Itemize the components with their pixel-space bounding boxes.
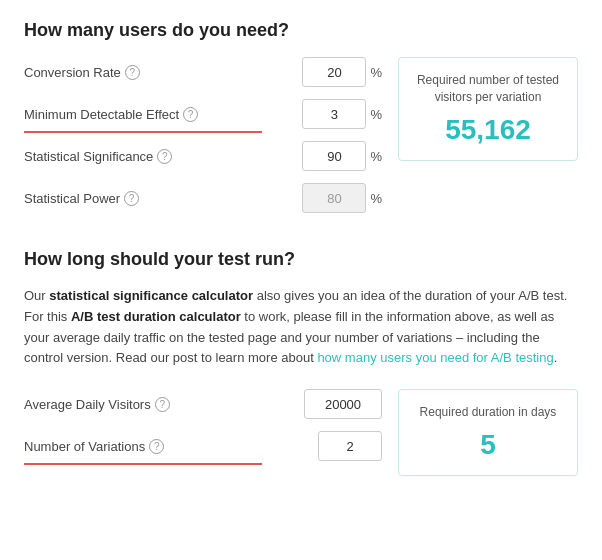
significance-input-group: % — [302, 141, 382, 171]
users-result-label: Required number of tested visitors per v… — [411, 72, 565, 106]
significance-unit: % — [370, 149, 382, 164]
section-users-title: How many users do you need? — [24, 20, 578, 41]
prose-link-2[interactable]: A/B test duration calculator — [71, 309, 241, 324]
section-duration-title: How long should your test run? — [24, 249, 578, 270]
variations-input-group — [318, 431, 382, 461]
duration-result-value: 5 — [411, 429, 565, 461]
duration-form-result: Average Daily Visitors ? Number of Varia… — [24, 389, 578, 476]
power-input-group: % — [302, 183, 382, 213]
mde-input[interactable] — [302, 99, 366, 129]
conversion-rate-unit: % — [370, 65, 382, 80]
field-row-mde: Minimum Detectable Effect ? % — [24, 99, 382, 129]
field-row-significance: Statistical Significance ? % — [24, 141, 382, 171]
visitors-input[interactable] — [304, 389, 382, 419]
variations-input[interactable] — [318, 431, 382, 461]
power-label: Statistical Power ? — [24, 191, 302, 206]
conversion-rate-help[interactable]: ? — [125, 65, 140, 80]
duration-prose: Our statistical significance calculator … — [24, 286, 578, 369]
section-duration: How long should your test run? Our stati… — [24, 249, 578, 476]
visitors-label: Average Daily Visitors ? — [24, 397, 304, 412]
users-form-result: Conversion Rate ? % Minimum Detectable E… — [24, 57, 578, 225]
prose-link-1[interactable]: statistical significance calculator — [49, 288, 253, 303]
variations-label-text: Number of Variations — [24, 439, 145, 454]
mde-label: Minimum Detectable Effect ? — [24, 107, 302, 122]
duration-fields: Average Daily Visitors ? Number of Varia… — [24, 389, 382, 473]
field-row-power: Statistical Power ? % — [24, 183, 382, 213]
visitors-help[interactable]: ? — [155, 397, 170, 412]
variations-help[interactable]: ? — [149, 439, 164, 454]
mde-help[interactable]: ? — [183, 107, 198, 122]
section-users: How many users do you need? Conversion R… — [24, 20, 578, 225]
prose-link-3[interactable]: how many users you need for A/B testing — [317, 350, 553, 365]
significance-help[interactable]: ? — [157, 149, 172, 164]
mde-input-group: % — [302, 99, 382, 129]
visitors-input-group — [304, 389, 382, 419]
users-result-box: Required number of tested visitors per v… — [398, 57, 578, 161]
users-fields: Conversion Rate ? % Minimum Detectable E… — [24, 57, 382, 225]
mde-label-text: Minimum Detectable Effect — [24, 107, 179, 122]
field-row-visitors: Average Daily Visitors ? — [24, 389, 382, 419]
mde-unit: % — [370, 107, 382, 122]
significance-label-text: Statistical Significance — [24, 149, 153, 164]
conversion-rate-input[interactable] — [302, 57, 366, 87]
conversion-rate-label-text: Conversion Rate — [24, 65, 121, 80]
field-row-conversion: Conversion Rate ? % — [24, 57, 382, 87]
significance-input[interactable] — [302, 141, 366, 171]
variations-label: Number of Variations ? — [24, 439, 318, 454]
power-label-text: Statistical Power — [24, 191, 120, 206]
visitors-label-text: Average Daily Visitors — [24, 397, 151, 412]
conversion-rate-label: Conversion Rate ? — [24, 65, 302, 80]
duration-result-label: Required duration in days — [411, 404, 565, 421]
power-unit: % — [370, 191, 382, 206]
duration-result-box: Required duration in days 5 — [398, 389, 578, 476]
conversion-rate-input-group: % — [302, 57, 382, 87]
power-help[interactable]: ? — [124, 191, 139, 206]
significance-label: Statistical Significance ? — [24, 149, 302, 164]
power-input — [302, 183, 366, 213]
field-row-variations: Number of Variations ? — [24, 431, 382, 461]
users-result-value: 55,162 — [411, 114, 565, 146]
